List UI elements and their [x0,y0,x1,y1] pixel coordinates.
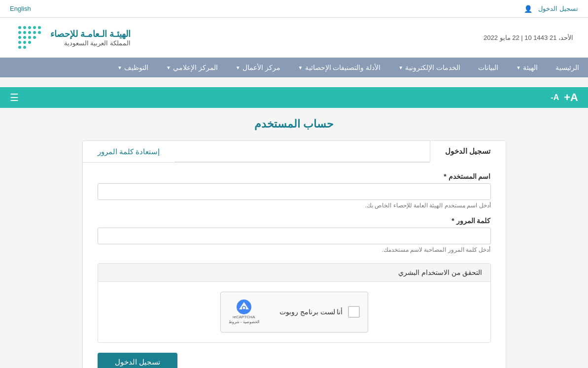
password-input[interactable] [98,228,491,244]
username-hint: أدخل اسم مستخدم الهيئة العامة للإحصاء ال… [98,202,491,209]
logo-area: الهيئـة الـعامـة للإحصاء المملكة العربية… [15,23,131,52]
header-date: الأحد، 21 1443 10 | 22 مايو 2022 [484,34,573,41]
tab-recover[interactable]: إستعادة كلمة المرور [83,141,174,162]
login-form-container: تسجيل الدخول إستعادة كلمة المرور اسم الم… [82,140,506,368]
form-body: اسم المستخدم * أدخل اسم مستخدم الهيئة ال… [83,163,506,368]
svg-point-6 [23,31,26,34]
logo-main-title: الهيئـة الـعامـة للإحصاء [50,29,131,39]
accessibility-bar: A+ A- ☰ [0,87,588,108]
svg-point-7 [28,31,31,34]
password-field-group: كلمة المرور * أدخل كلمة المرور المصاحبة … [98,217,491,253]
nav-item-data[interactable]: البيانات [469,58,507,77]
font-increase-button[interactable]: A+ [564,91,578,104]
svg-point-16 [28,41,31,44]
svg-point-8 [33,31,36,34]
top-bar-right: تسجيل الدخول 👤 [524,5,578,13]
recaptcha-widget[interactable]: أنا لست برنامج روبوت reCAPTCHA [220,292,368,333]
svg-point-14 [18,41,21,44]
font-decrease-button[interactable]: A- [551,93,559,102]
submit-area: تسجيل الدخول [98,353,491,368]
svg-point-11 [23,36,26,39]
tab-login[interactable]: تسجيل الدخول [430,141,505,163]
svg-point-18 [23,46,26,49]
svg-point-12 [28,36,31,39]
nav-item-business[interactable]: مركز الأعمال ▼ [227,58,289,77]
page-title: حساب المستخدم [82,118,506,131]
username-label: اسم المستخدم * [98,172,491,180]
nav-item-home[interactable]: الرئيسية [547,58,588,77]
nav-item-eservices[interactable]: الخدمات الإلكترونية ▼ [389,58,469,77]
form-tabs: تسجيل الدخول إستعادة كلمة المرور [83,141,506,163]
nav-arrow-eservices: ▼ [398,65,403,70]
nav-arrow-business: ▼ [236,65,241,70]
nav-item-authority[interactable]: الهيئة ▼ [507,58,547,77]
captcha-section: التحقق من الاستخدام البشري أنا لست برنام… [98,263,491,343]
hamburger-button[interactable]: ☰ [10,92,19,103]
nav-arrow-class: ▼ [298,65,303,70]
logo-sub-title: المملكة العربية السعودية [50,39,131,47]
recaptcha-logo-icon [236,299,252,315]
nav-arrow-jobs: ▼ [117,65,122,70]
site-header: الأحد، 21 1443 10 | 22 مايو 2022 الهيئـة… [0,18,588,58]
captcha-header: التحقق من الاستخدام البشري [98,264,490,282]
recaptcha-text: أنا لست برنامج روبوت [259,308,343,316]
top-bar-left: English [10,5,31,12]
main-content: حساب المستخدم تسجيل الدخول إستعادة كلمة … [72,118,516,368]
main-nav: الرئيسية الهيئة ▼ البيانات الخدمات الإلك… [0,58,588,77]
password-label: كلمة المرور * [98,217,491,225]
recaptcha-brand: reCAPTCHA الخصوصية - شروط [229,315,259,325]
svg-point-1 [23,26,26,29]
username-input[interactable] [98,183,491,200]
recaptcha-checkbox[interactable] [348,306,360,318]
nav-item-jobs[interactable]: التوظيف ▼ [108,58,157,77]
nav-item-media[interactable]: المركز الإعلامي ▼ [157,58,227,77]
login-link[interactable]: تسجيل الدخول [538,5,578,12]
svg-point-5 [18,31,21,34]
svg-point-4 [38,26,41,29]
svg-point-17 [18,46,21,49]
top-bar: تسجيل الدخول 👤 English [0,0,588,18]
nav-arrow-media: ▼ [166,65,171,70]
logo-icon [15,23,44,52]
logo-text: الهيئـة الـعامـة للإحصاء المملكة العربية… [50,29,131,47]
svg-point-3 [33,26,36,29]
font-controls: A+ A- [551,91,578,104]
svg-point-9 [38,31,41,34]
svg-point-21 [242,307,245,309]
captcha-body: أنا لست برنامج روبوت reCAPTCHA [98,282,490,342]
login-icon: 👤 [524,5,532,13]
recaptcha-logo: reCAPTCHA الخصوصية - شروط [229,299,259,325]
password-hint: أدخل كلمة المرور المصاحبة لاسم مستخدمك. [98,246,491,253]
username-field-group: اسم المستخدم * أدخل اسم مستخدم الهيئة ال… [98,172,491,209]
submit-button[interactable]: تسجيل الدخول [98,353,177,368]
svg-point-2 [28,26,31,29]
svg-point-10 [18,36,21,39]
svg-point-15 [23,41,26,44]
nav-arrow: ▼ [516,65,521,70]
svg-point-13 [33,36,36,39]
nav-item-classifications[interactable]: الأدلة والتصنيفات الإحصائية ▼ [289,58,390,77]
english-link[interactable]: English [10,5,31,12]
svg-point-0 [18,26,21,29]
